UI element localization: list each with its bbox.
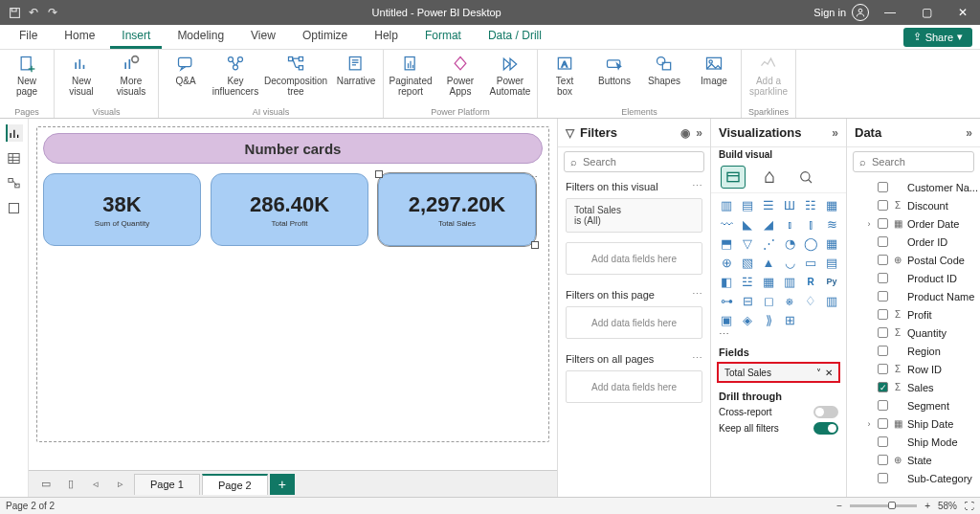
user-icon[interactable] [852, 4, 869, 21]
card-sales[interactable]: 2,297.20K Total Sales [378, 173, 536, 246]
card-icon[interactable]: ▭ [801, 254, 820, 271]
buttons-button[interactable]: Buttons [591, 54, 637, 97]
field-row[interactable]: Region [851, 342, 978, 360]
power-automate-button[interactable]: PowerAutomate [487, 54, 533, 97]
paginated-viz-icon[interactable]: ▥ [822, 292, 841, 309]
map-icon[interactable]: ⊕ [717, 254, 736, 271]
field-row[interactable]: ⊕State [851, 451, 978, 469]
matrix-icon[interactable]: ▥ [780, 273, 799, 290]
field-checkbox[interactable] [878, 309, 888, 320]
py-visual-icon[interactable]: Py [822, 273, 841, 290]
title-visual[interactable]: Number cards [43, 133, 543, 164]
table-icon[interactable]: ▦ [759, 273, 778, 290]
menu-data-drill[interactable]: Data / Drill [477, 25, 553, 49]
field-checkbox[interactable] [878, 273, 888, 283]
new-visual-button[interactable]: Newvisual [58, 54, 104, 97]
goals-icon[interactable]: ♢ [801, 292, 820, 309]
menu-insert[interactable]: Insert [110, 25, 162, 49]
field-checkbox[interactable] [878, 236, 888, 247]
table-view-icon[interactable] [6, 149, 23, 167]
field-checkbox[interactable] [878, 346, 888, 356]
multi-card-icon[interactable]: ▤ [822, 254, 841, 271]
field-checkbox[interactable] [878, 327, 888, 338]
more-visuals-button[interactable]: Morevisuals [108, 54, 154, 97]
collapse-icon[interactable]: » [832, 126, 838, 140]
analytics-mode-icon[interactable] [793, 166, 818, 189]
ribbon-icon[interactable]: ≋ [822, 215, 841, 233]
expand-icon[interactable]: › [864, 219, 874, 229]
filled-map-icon[interactable]: ▧ [738, 254, 757, 271]
r-visual-icon[interactable]: R [801, 273, 820, 290]
field-row[interactable]: Sub-Category [851, 469, 978, 487]
prev-page-icon[interactable]: ◃ [84, 475, 107, 494]
field-checkbox[interactable] [878, 218, 888, 229]
line-col2-icon[interactable]: ⫿ [801, 215, 820, 233]
more-viz-icon[interactable]: ⊞ [780, 311, 799, 328]
fit-page-icon[interactable]: ⛶ [965, 501, 974, 511]
menu-help[interactable]: Help [363, 25, 410, 49]
page-tab-2[interactable]: Page 2 [202, 474, 268, 495]
redo-icon[interactable]: ↷ [46, 6, 59, 19]
add-page-button[interactable]: + [270, 474, 295, 495]
model-view-icon[interactable] [6, 174, 23, 191]
image-button[interactable]: Image [691, 54, 737, 97]
field-row[interactable]: Segment [851, 396, 978, 414]
key-influencers-button[interactable]: Keyinfluencers [212, 54, 258, 97]
automate-viz-icon[interactable]: ⟫ [759, 311, 778, 328]
textbox-button[interactable]: ATextbox [542, 54, 588, 97]
field-checkbox[interactable] [878, 200, 888, 211]
next-page-icon[interactable]: ▹ [109, 475, 132, 494]
field-checkbox[interactable] [878, 182, 888, 192]
appsource-icon[interactable]: ▣ [717, 311, 736, 328]
decomp-icon[interactable]: ⊟ [738, 292, 757, 309]
field-well-total-sales[interactable]: Total Sales ˅ ✕ [717, 362, 840, 383]
keep-filters-toggle[interactable] [813, 422, 838, 435]
sign-in-link[interactable]: Sign in [813, 7, 846, 18]
card-profit[interactable]: 286.40K Total Profit [211, 173, 368, 246]
field-checkbox[interactable] [878, 364, 888, 374]
close-button[interactable]: ✕ [947, 0, 978, 25]
field-checkbox[interactable] [878, 400, 888, 411]
stacked-column-icon[interactable]: ▤ [738, 196, 757, 213]
field-checkbox[interactable] [878, 255, 888, 265]
desktop-layout-icon[interactable]: ▭ [34, 475, 57, 494]
kpi-icon[interactable]: ◧ [717, 273, 736, 290]
build-mode-icon[interactable] [721, 166, 746, 189]
qna-icon[interactable]: ◻ [759, 292, 778, 309]
donut-icon[interactable]: ◯ [801, 235, 820, 252]
field-row[interactable]: ΣRow ID [851, 360, 978, 378]
menu-modeling[interactable]: Modeling [166, 25, 235, 49]
line-icon[interactable]: 〰 [717, 215, 736, 233]
stacked-bar-icon[interactable]: ▥ [717, 196, 736, 213]
power-apps-viz-icon[interactable]: ◈ [738, 311, 757, 328]
more-icon[interactable]: ⋯ [692, 288, 702, 301]
field-row[interactable]: ΣDiscount [851, 196, 978, 214]
undo-icon[interactable]: ↶ [27, 6, 40, 19]
field-checkbox[interactable] [878, 473, 888, 483]
power-apps-button[interactable]: PowerApps [437, 54, 483, 97]
field-row[interactable]: Ship Mode [851, 433, 978, 451]
line-col-icon[interactable]: ⫾ [780, 215, 799, 233]
menu-optimize[interactable]: Optimize [291, 25, 359, 49]
collapse-icon[interactable]: » [696, 126, 702, 140]
zoom-plus-icon[interactable]: + [924, 501, 930, 511]
collapse-icon[interactable]: » [966, 126, 972, 140]
cross-report-toggle[interactable] [813, 406, 838, 418]
report-page[interactable]: Number cards ▽ ⋯ 38K Sum of Quantity 286… [36, 126, 549, 442]
data-search[interactable]: ⌕ [853, 151, 974, 172]
menu-format[interactable]: Format [413, 25, 473, 49]
maximize-button[interactable]: ▢ [911, 0, 942, 25]
dax-view-icon[interactable] [6, 199, 23, 216]
field-row[interactable]: ⊕Postal Code [851, 251, 978, 269]
gauge-icon[interactable]: ◡ [780, 254, 799, 271]
field-row[interactable]: ✓ΣSales [851, 378, 978, 396]
menu-view[interactable]: View [239, 25, 287, 49]
area-icon[interactable]: ◣ [738, 215, 757, 233]
waterfall-icon[interactable]: ⬒ [717, 235, 736, 252]
narrative-button[interactable]: Narrative [333, 54, 379, 97]
minimize-button[interactable]: — [875, 0, 905, 25]
clustered-bar-icon[interactable]: ☰ [759, 196, 778, 213]
card-quantity[interactable]: 38K Sum of Quantity [43, 173, 201, 246]
eye-icon[interactable]: ◉ [680, 126, 690, 140]
filter-card-total-sales[interactable]: Total Sales is (All) [566, 198, 702, 233]
